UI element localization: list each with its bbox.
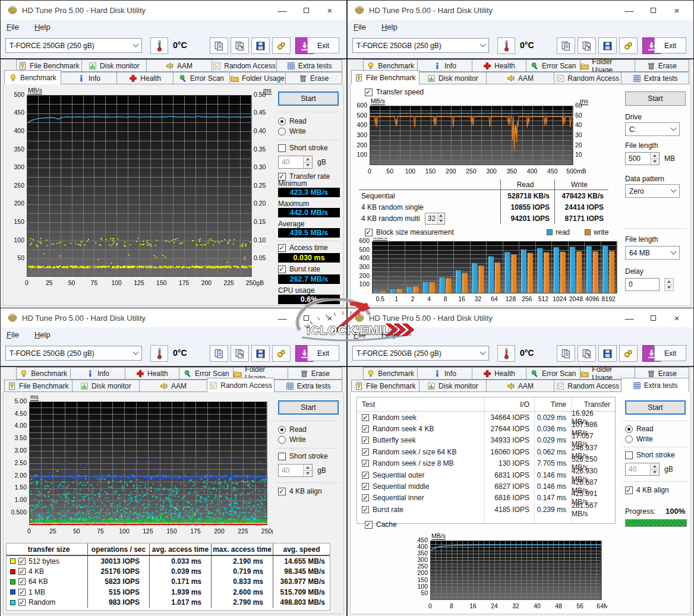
row-checkbox[interactable] [362, 494, 369, 501]
kb-align-checkbox[interactable] [278, 488, 286, 495]
exit-button[interactable]: Exit [307, 345, 339, 361]
options-icon[interactable] [272, 37, 291, 54]
tab-health[interactable]: Health [125, 367, 179, 380]
copy-icon[interactable] [210, 345, 228, 362]
row-checkbox[interactable] [362, 414, 369, 421]
menu-help[interactable]: Help [34, 23, 51, 31]
read-radio[interactable] [278, 118, 286, 125]
block-size-checkbox[interactable] [365, 229, 373, 236]
save-icon[interactable] [251, 345, 270, 362]
tab-benchmark[interactable]: Benchmark [4, 70, 61, 84]
start-button[interactable]: Start [278, 400, 339, 415]
tab-erase[interactable]: Erase [635, 59, 689, 72]
maximize-button[interactable] [294, 2, 318, 18]
burst-rate-checkbox[interactable] [278, 266, 286, 273]
drive-letter-combobox[interactable]: C: [625, 122, 680, 136]
copy-image-icon[interactable] [578, 37, 596, 54]
tab-extra-tests[interactable]: Extra tests [621, 72, 689, 84]
delay-input[interactable]: 0 [625, 278, 660, 291]
minimize-button[interactable]: — [270, 309, 294, 326]
save-icon[interactable] [598, 37, 617, 54]
tab-info[interactable]: Info [417, 59, 472, 72]
start-button[interactable]: Start [625, 91, 686, 106]
copy-image-icon[interactable] [231, 37, 249, 54]
spinner-arrows[interactable] [650, 463, 659, 475]
minimize-button[interactable]: — [617, 2, 641, 18]
temperature-button[interactable] [497, 345, 515, 362]
tab-error-scan[interactable]: Error Scan [526, 367, 581, 380]
tab-random-access[interactable]: Random Access [554, 380, 622, 392]
menu-help[interactable]: Help [381, 23, 398, 31]
data-pattern-combobox[interactable]: Zero [625, 184, 680, 198]
tab-random-access[interactable]: Random Access [554, 72, 622, 84]
write-radio[interactable] [278, 436, 286, 444]
transfer-speed-checkbox[interactable] [365, 89, 373, 96]
save-icon[interactable] [251, 37, 270, 54]
short-stroke-checkbox[interactable] [278, 144, 286, 152]
tab-benchmark[interactable]: Benchmark [363, 367, 418, 380]
options-icon[interactable] [619, 37, 638, 54]
menu-help[interactable]: Help [34, 330, 51, 339]
copy-image-icon[interactable] [231, 345, 249, 362]
tab-file-benchmark[interactable]: File Benchmark [351, 70, 419, 84]
row-checkbox[interactable] [362, 437, 369, 444]
tab-info[interactable]: Info [70, 367, 125, 380]
options-icon[interactable] [272, 345, 291, 362]
short-stroke-checkbox[interactable] [625, 451, 633, 459]
tab-folder-usage[interactable]: Folder Usage [229, 72, 286, 84]
tab-error-scan[interactable]: Error Scan [526, 59, 581, 72]
drive-combobox[interactable]: T-FORCE 250GB (250 gB) [352, 38, 489, 53]
tab-error-scan[interactable]: Error Scan [173, 72, 230, 84]
short-stroke-size-input[interactable]: 40 [625, 463, 660, 476]
kb-align-checkbox[interactable] [625, 487, 633, 494]
drive-combobox[interactable]: T-FORCE 250GB (250 gB) [352, 346, 489, 361]
row-checkbox[interactable] [18, 599, 26, 606]
tab-info[interactable]: Info [61, 72, 118, 84]
tab-aam[interactable]: AAM [146, 59, 212, 72]
row-checkbox[interactable] [362, 506, 369, 513]
drive-combobox[interactable]: T-FORCE 250GB (250 gB) [5, 346, 142, 361]
minimize-button[interactable]: — [617, 309, 641, 326]
tab-disk-monitor[interactable]: Disk monitor [81, 59, 147, 72]
tab-health[interactable]: Health [116, 72, 174, 84]
start-button[interactable]: Start [625, 400, 686, 415]
save-icon[interactable] [598, 345, 617, 362]
row-checkbox[interactable] [18, 568, 26, 575]
titlebar[interactable]: HD Tune Pro 5.00 - Hard Disk Utility —× [1, 1, 346, 20]
tab-file-benchmark[interactable]: File Benchmark [351, 380, 419, 392]
tab-aam[interactable]: AAM [486, 72, 554, 84]
tab-health[interactable]: Health [472, 367, 526, 380]
access-time-checkbox[interactable] [278, 244, 286, 252]
tab-extra-tests[interactable]: Extra tests [276, 59, 342, 72]
row-checkbox[interactable] [362, 483, 369, 490]
tab-aam[interactable]: AAM [486, 380, 554, 392]
tab-info[interactable]: Info [417, 367, 472, 380]
cache-checkbox[interactable] [365, 521, 373, 529]
minimize-button[interactable]: — [270, 2, 294, 18]
read-radio[interactable] [278, 426, 286, 434]
titlebar[interactable]: HD Tune Pro 5.00 - Hard Disk Utility —× [348, 1, 693, 20]
spinner-arrows[interactable] [664, 278, 674, 291]
short-stroke-size-input[interactable]: 40 [278, 156, 313, 169]
close-button[interactable]: × [665, 309, 689, 326]
spinner-arrows[interactable] [650, 153, 659, 165]
tab-disk-monitor[interactable]: Disk monitor [72, 380, 140, 392]
options-icon[interactable] [619, 345, 638, 362]
copy-icon[interactable] [557, 37, 575, 54]
row-checkbox[interactable] [18, 558, 26, 565]
maximize-button[interactable] [641, 2, 665, 18]
tab-disk-monitor[interactable]: Disk monitor [419, 72, 487, 84]
file-length2-combobox[interactable]: 64 MB [625, 246, 680, 260]
tab-random-access[interactable]: Random Access [212, 59, 277, 72]
close-button[interactable]: × [318, 2, 342, 18]
tab-aam[interactable]: AAM [139, 380, 207, 392]
exit-button[interactable]: Exit [654, 37, 686, 53]
read-radio[interactable] [625, 425, 633, 433]
row-checkbox[interactable] [362, 472, 369, 479]
row-checkbox[interactable] [362, 460, 369, 467]
temperature-button[interactable] [150, 345, 168, 362]
close-button[interactable]: × [665, 2, 689, 18]
copy-image-icon[interactable] [578, 345, 596, 362]
file-length-input[interactable]: 500 [625, 152, 660, 165]
spinner-arrows[interactable] [303, 465, 312, 476]
